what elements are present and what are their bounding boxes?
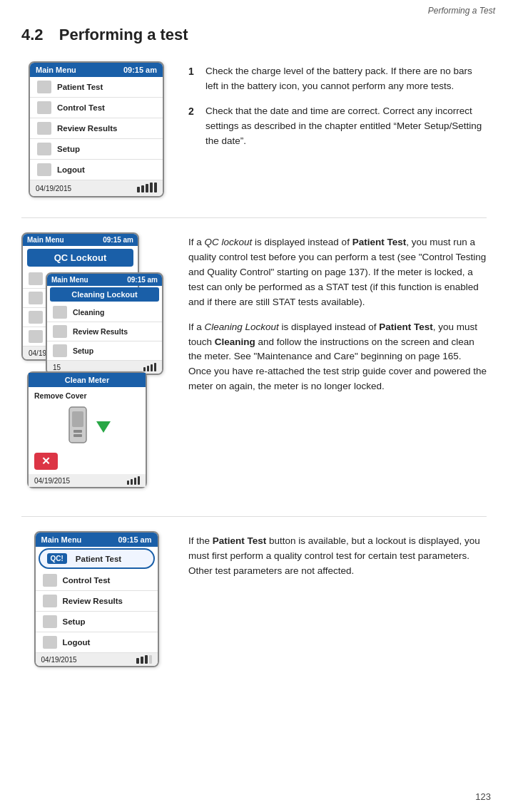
meter-2-front-header: Main Menu 09:15 am <box>47 274 162 286</box>
review-results-icon <box>37 122 51 135</box>
clean-meter-date: 04/19/2015 <box>34 477 70 485</box>
meter-3-header-label: Main Menu <box>41 535 82 544</box>
review-icon2 <box>53 325 67 338</box>
block-3: Main Menu 09:15 am QC! Patient Test Cont… <box>21 531 487 667</box>
para-1: If a QC lockout is displayed instead of … <box>188 235 487 310</box>
meter-1-item-control[interactable]: Control Test <box>30 98 163 118</box>
meter-1-item-patient[interactable]: Patient Test <box>30 77 163 98</box>
review-icon <box>29 292 43 304</box>
meter-3-item-control[interactable]: Control Test <box>36 570 158 591</box>
m2f-setup[interactable]: Setup <box>47 341 162 361</box>
block-2-text: If a QC lockout is displayed instead of … <box>188 232 487 496</box>
section-title: 4.2 Performing a test <box>21 26 487 44</box>
device-svg <box>64 406 92 448</box>
step-1-text: Check the charge level of the battery pa… <box>205 64 487 94</box>
meter-1-date: 04/19/2015 <box>36 185 71 192</box>
meter-1-body: Patient Test Control Test Review Results… <box>30 77 163 180</box>
divider-2 <box>21 516 487 517</box>
patient-test-icon <box>37 81 51 93</box>
logout-icon2 <box>29 330 43 343</box>
step-2: 2 Check that the date and time are corre… <box>188 104 487 149</box>
meter-3-body: QC! Patient Test Control Test Review Res… <box>36 548 158 653</box>
control-icon3 <box>43 574 57 587</box>
clean-meter-header: Clean Meter <box>29 373 146 387</box>
meter-1-footer: 04/19/2015 <box>30 180 163 196</box>
meter-3-time: 09:15 am <box>118 535 151 544</box>
x-cancel-btn[interactable]: ✕ <box>34 453 140 470</box>
meter-1-item-setup[interactable]: Setup <box>30 139 163 160</box>
meter-1-item-review[interactable]: Review Results <box>30 118 163 139</box>
review-icon3 <box>43 595 57 607</box>
control-icon <box>29 272 43 285</box>
clean-meter-body: Remove Cover <box>29 387 146 474</box>
setup-icon4 <box>43 615 57 628</box>
section-name: Performing a test <box>59 26 188 43</box>
meter-3-date: 04/19/2015 <box>41 656 77 664</box>
clean-meter-box: Clean Meter Remove Cover <box>27 371 147 488</box>
qc-badge: QC! <box>47 553 67 564</box>
m2f-cleaning[interactable]: Cleaning <box>47 303 162 322</box>
step-2-num: 2 <box>188 104 200 149</box>
svg-rect-2 <box>73 430 82 433</box>
block-1-text: 1 Check the charge level of the battery … <box>188 61 487 197</box>
remove-cover-text: Remove Cover <box>34 391 140 400</box>
section-number: 4.2 <box>21 26 44 43</box>
meter-3-item-patient[interactable]: QC! Patient Test <box>39 548 155 569</box>
svg-rect-1 <box>72 411 83 427</box>
header-title: Performing a Test <box>428 6 495 16</box>
meter-2-area: Main Menu 09:15 am QC Lockout Control Te… <box>21 232 171 496</box>
step-2-text: Check that the date and time are correct… <box>205 104 487 149</box>
cleaning-icon <box>53 306 67 319</box>
meter-1-item-logout[interactable]: Logout <box>30 160 163 180</box>
cleaning-lockout-label: Cleaning Lockout <box>50 287 159 302</box>
meter-1: Main Menu 09:15 am Patient Test Control … <box>29 61 164 197</box>
svg-rect-3 <box>73 434 82 437</box>
logout-icon <box>37 163 51 176</box>
para-3: If the Patient Test button is available,… <box>188 534 487 579</box>
meter-1-header: Main Menu 09:15 am <box>30 63 163 77</box>
step-1-num: 1 <box>188 64 200 94</box>
meter-3-area: Main Menu 09:15 am QC! Patient Test Cont… <box>21 531 171 667</box>
meter-1-time: 09:15 am <box>123 66 157 74</box>
meter-1-area: Main Menu 09:15 am Patient Test Control … <box>21 61 171 197</box>
page-footer: 123 <box>475 791 491 802</box>
meter-2-back-header: Main Menu 09:15 am <box>23 234 138 246</box>
meter-3-item-logout[interactable]: Logout <box>36 632 158 653</box>
block-1: Main Menu 09:15 am Patient Test Control … <box>21 61 487 197</box>
meter-3-item-review[interactable]: Review Results <box>36 591 158 612</box>
logout-icon3 <box>43 636 57 649</box>
device-image-area <box>34 400 140 450</box>
meter-3: Main Menu 09:15 am QC! Patient Test Cont… <box>34 531 159 667</box>
m2f-review[interactable]: Review Results <box>47 322 162 341</box>
meter-3-item-setup[interactable]: Setup <box>36 612 158 632</box>
step-1: 1 Check the charge level of the battery … <box>188 64 487 94</box>
setup-icon <box>37 143 51 155</box>
block-2: Main Menu 09:15 am QC Lockout Control Te… <box>21 232 487 496</box>
para-2: If a Cleaning Lockout is displayed inste… <box>188 320 487 395</box>
clean-meter-footer: 04/19/2015 <box>29 474 146 487</box>
setup-icon3 <box>53 344 67 357</box>
qc-lockout-label: QC Lockout <box>27 249 133 267</box>
page-header: Performing a Test <box>0 0 508 19</box>
page-number: 123 <box>475 791 491 802</box>
divider-1 <box>21 217 487 218</box>
control-test-icon <box>37 101 51 114</box>
meter-3-header: Main Menu 09:15 am <box>36 533 158 547</box>
meter-1-header-label: Main Menu <box>36 66 76 74</box>
meter-3-footer: 04/19/2015 <box>36 653 158 666</box>
meter-1-battery <box>137 183 157 194</box>
setup-icon2 <box>29 311 43 324</box>
meter-2-front: Main Menu 09:15 am Cleaning Lockout Clea… <box>46 272 171 375</box>
block-3-text: If the Patient Test button is available,… <box>188 531 487 667</box>
